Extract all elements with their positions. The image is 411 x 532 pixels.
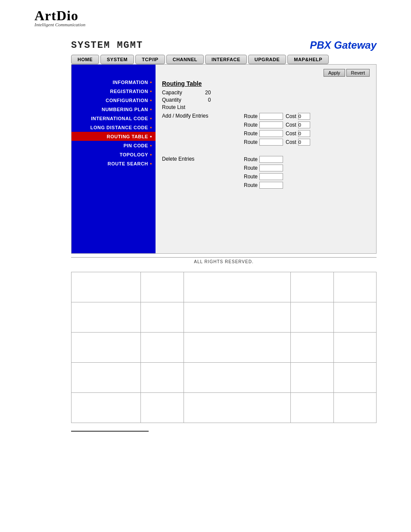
table-cell [184, 302, 290, 333]
sidebar-item-numbering-plan[interactable]: NUMBERING PLAN • [72, 105, 156, 114]
add-route-row-2: Route Cost [244, 121, 310, 128]
title-bar: SYSTEM MGMT PBX Gateway [0, 31, 411, 55]
add-modify-routes: Route Cost Route Cost Route Cost [244, 113, 310, 147]
system-mgmt-title: SYSTEM MGMT [71, 40, 143, 51]
table-cell [72, 272, 141, 302]
nav-bar: HOME SYSTEM TCP/IP CHANNEL INTERFACE UPG… [71, 55, 377, 64]
delete-routes: Route Route Route Route [244, 156, 283, 190]
bottom-footer-line [71, 431, 149, 432]
logo-area: ArtDio Intelligent Communication [0, 0, 411, 31]
table-cell [72, 393, 141, 423]
sidebar-item-topology[interactable]: TOPOLOGY • [72, 150, 156, 159]
del-route-row-4: Route [244, 182, 283, 189]
logo: ArtDio [34, 8, 411, 24]
table-cell [333, 272, 376, 302]
table-cell [141, 393, 184, 423]
table-cell [291, 302, 333, 333]
sidebar-item-registration[interactable]: REGISTRATION • [72, 87, 156, 96]
logo-subtitle: Intelligent Communication [34, 22, 411, 27]
nav-system[interactable]: SYSTEM [100, 55, 134, 64]
table-cell [184, 272, 290, 302]
add-cost-input-2[interactable] [298, 121, 310, 128]
pbx-gateway-title: PBX Gateway [310, 39, 377, 51]
nav-channel[interactable]: CHANNEL [166, 55, 204, 64]
del-route-input-2[interactable] [259, 165, 283, 171]
route-list-line: Route List [162, 104, 370, 110]
capacity-line: Capacity 20 [162, 90, 370, 96]
sidebar-item-long-distance-code[interactable]: LONG DISTANCE CODE • [72, 123, 156, 132]
del-route-row-1: Route [244, 156, 283, 163]
table-cell [333, 302, 376, 333]
apply-button[interactable]: Apply [324, 69, 345, 77]
sidebar-item-pin-code[interactable]: PIN CODE • [72, 141, 156, 150]
table-cell [291, 393, 333, 423]
del-route-input-1[interactable] [259, 156, 283, 163]
table-cell [141, 333, 184, 363]
add-route-row-4: Route Cost [244, 139, 310, 146]
table-cell [333, 363, 376, 393]
sidebar: INFORMATION • REGISTRATION • CONFIGURATI… [72, 65, 156, 253]
add-route-input-3[interactable] [259, 130, 283, 137]
add-route-row-3: Route Cost [244, 130, 310, 137]
table-row [72, 302, 377, 333]
add-modify-section: Add / Modify Entries Route Cost Route Co… [162, 113, 370, 147]
add-route-input-2[interactable] [259, 121, 283, 128]
sidebar-item-configuration[interactable]: CONFIGURATION • [72, 96, 156, 105]
quantity-line: Quantity 0 [162, 97, 370, 103]
add-cost-input-3[interactable] [298, 130, 310, 137]
del-route-row-3: Route [244, 173, 283, 180]
sidebar-item-routing-table[interactable]: ROUTING TABLE • [72, 132, 156, 141]
add-cost-input-1[interactable] [298, 113, 310, 120]
nav-home[interactable]: HOME [71, 55, 99, 64]
revert-button[interactable]: Revert [346, 69, 370, 77]
table-row [72, 333, 377, 363]
nav-interface[interactable]: INTERFACE [205, 55, 247, 64]
table-cell [141, 272, 184, 302]
table-cell [141, 302, 184, 333]
table-cell [291, 363, 333, 393]
del-route-input-3[interactable] [259, 173, 283, 180]
sidebar-item-information[interactable]: INFORMATION • [72, 78, 156, 87]
bottom-table [71, 272, 377, 423]
footer: ALL RIGHTS RESERVED. [71, 257, 377, 264]
nav-maphelp[interactable]: MAP&HELP [287, 55, 329, 64]
add-modify-label: Add / Modify Entries [162, 113, 231, 147]
del-route-input-4[interactable] [259, 182, 283, 189]
delete-label: Delete Entries [162, 156, 231, 190]
table-row [72, 363, 377, 393]
table-cell [333, 333, 376, 363]
add-route-row-1: Route Cost [244, 113, 310, 120]
add-route-input-1[interactable] [259, 113, 283, 120]
table-cell [141, 363, 184, 393]
routing-table-title: Routing Table [162, 80, 370, 87]
action-buttons: Apply Revert [162, 69, 370, 77]
table-cell [72, 363, 141, 393]
right-panel: Apply Revert Routing Table Capacity 20 Q… [156, 65, 376, 253]
delete-section: Delete Entries Route Route Route Route [162, 156, 370, 190]
table-cell [184, 393, 290, 423]
table-cell [291, 272, 333, 302]
add-cost-input-4[interactable] [298, 139, 310, 146]
table-row [72, 393, 377, 423]
add-route-input-4[interactable] [259, 139, 283, 146]
nav-upgrade[interactable]: UPGRADE [248, 55, 286, 64]
main-content: INFORMATION • REGISTRATION • CONFIGURATI… [71, 64, 377, 254]
table-cell [333, 393, 376, 423]
del-route-row-2: Route [244, 165, 283, 171]
table-cell [72, 302, 141, 333]
nav-tcpip[interactable]: TCP/IP [135, 55, 165, 64]
table-cell [72, 333, 141, 363]
table-cell [291, 333, 333, 363]
sidebar-item-route-search[interactable]: ROUTE SEARCH • [72, 159, 156, 168]
sidebar-item-international-code[interactable]: INTERNATIONAL CODE • [72, 114, 156, 123]
table-cell [184, 363, 290, 393]
table-row [72, 272, 377, 302]
table-cell [184, 333, 290, 363]
